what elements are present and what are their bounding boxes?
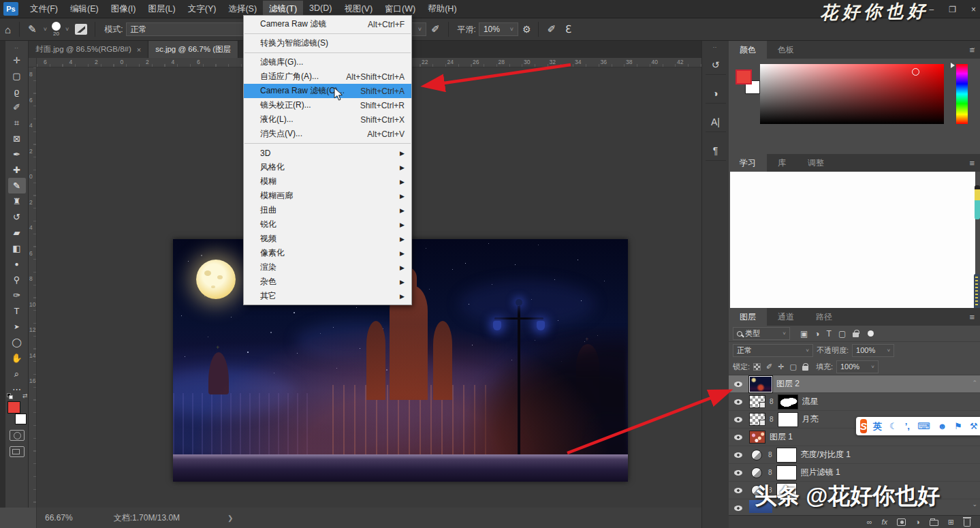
adjustment-layer-icon[interactable] xyxy=(751,450,762,461)
scroll-up-icon[interactable]: ⌃ xyxy=(972,379,977,386)
smart-object-filter-icon[interactable] xyxy=(853,332,859,337)
zoom-level[interactable]: 66.67% xyxy=(45,513,73,523)
filter-menu-item[interactable]: 转换为智能滤镜(S) xyxy=(244,36,411,50)
brush-size-preview[interactable]: 20 xyxy=(49,22,63,37)
ime-logo-icon[interactable]: S xyxy=(860,419,867,433)
lasso-tool[interactable]: ϱ xyxy=(8,84,26,99)
visibility-toggle[interactable] xyxy=(731,488,745,493)
restore-button[interactable]: ❐ xyxy=(949,5,956,14)
quick-mask-button[interactable] xyxy=(10,430,25,441)
filter-menu-item[interactable]: 液化(L)...Shift+Ctrl+X xyxy=(244,112,411,127)
filter-menu-item[interactable]: 像素化▶ xyxy=(244,246,411,260)
swap-colors-icon[interactable]: ⇄ xyxy=(22,392,28,399)
foreground-color-swatch[interactable] xyxy=(7,401,20,414)
healing-brush-tool[interactable]: ✚ xyxy=(8,162,26,178)
layers-panel-tab[interactable]: 图层 xyxy=(729,308,767,326)
scroll-down-icon[interactable]: ⌄ xyxy=(972,501,977,508)
filter-type-dropdown[interactable]: 类型 ˅ xyxy=(733,327,790,340)
eraser-tool[interactable]: ▰ xyxy=(8,225,26,240)
character-panel-icon[interactable]: A| xyxy=(706,112,726,132)
layer-row[interactable]: 8 xyxy=(729,482,980,499)
saturation-brightness-field[interactable] xyxy=(760,64,944,124)
visibility-toggle[interactable] xyxy=(731,435,745,440)
visibility-toggle[interactable] xyxy=(731,452,745,458)
foreground-color-swatch[interactable] xyxy=(736,69,752,84)
layer-thumbnail[interactable] xyxy=(749,413,765,426)
filter-menu-item[interactable]: 视频▶ xyxy=(244,232,411,246)
quick-selection-tool[interactable]: ✐ xyxy=(8,99,26,115)
new-group-icon[interactable] xyxy=(930,520,938,526)
layer-row[interactable]: 8亮度/对比度 1 xyxy=(729,446,980,464)
ime-english-icon[interactable]: 英 xyxy=(873,420,882,433)
background-color-swatch[interactable] xyxy=(15,414,27,424)
toolbar-grip[interactable]: ‥ xyxy=(14,41,19,52)
dock-strip-grip[interactable]: ‥ xyxy=(712,41,718,55)
pixel-layers-filter-icon[interactable]: ▣ xyxy=(800,329,808,339)
default-colors-icon[interactable] xyxy=(7,393,14,399)
filter-menu-item[interactable]: 滤镜库(G)... xyxy=(244,55,411,69)
opacity-pressure-icon[interactable]: ✐ xyxy=(426,23,445,35)
ime-keyboard-icon[interactable]: ⌨ xyxy=(917,421,930,431)
hue-strip[interactable] xyxy=(956,64,968,124)
document-tab[interactable]: 封面.jpg @ 86.5%(RGB/8#)× xyxy=(29,41,148,58)
shape-tool[interactable]: ◯ xyxy=(8,335,26,350)
learn-panel-tab[interactable]: 库 xyxy=(767,154,797,172)
learn-panel-tab[interactable]: 学习 xyxy=(729,154,767,172)
airbrush-icon[interactable]: ✐ xyxy=(542,23,560,35)
minimize-button[interactable]: – xyxy=(930,5,934,14)
frame-tool[interactable]: ⊠ xyxy=(8,131,26,146)
clone-stamp-tool[interactable]: ♜ xyxy=(8,193,26,209)
lock-pixels-icon[interactable]: ✐ xyxy=(766,362,772,371)
marquee-tool[interactable]: ▢ xyxy=(8,68,26,84)
learn-panel-tab[interactable]: 调整 xyxy=(797,154,835,172)
opacity-dropdown[interactable]: 100% ˅ xyxy=(852,344,894,357)
filter-menu-item[interactable]: 其它▶ xyxy=(244,289,411,303)
type-layers-filter-icon[interactable]: T xyxy=(827,329,832,339)
delete-layer-icon[interactable] xyxy=(964,519,970,527)
color-panel-tab[interactable]: 颜色 xyxy=(729,41,767,59)
filter-menu-item[interactable]: 扭曲▶ xyxy=(244,203,411,217)
crop-tool[interactable]: ⌗ xyxy=(8,115,26,131)
filter-toggle-icon[interactable] xyxy=(868,330,874,337)
ime-account-icon[interactable]: ☻ xyxy=(938,421,947,431)
filter-menu-item[interactable]: 模糊画廊▶ xyxy=(244,189,411,203)
lock-position-icon[interactable]: ✛ xyxy=(778,362,784,371)
status-chevron-icon[interactable]: ❯ xyxy=(227,514,233,522)
type-tool[interactable]: T xyxy=(8,303,26,319)
menubar-item[interactable]: 文件(F) xyxy=(24,1,64,18)
screen-mode-button[interactable] xyxy=(10,446,25,457)
menubar-item[interactable]: 帮助(H) xyxy=(422,1,462,18)
filter-menu-item[interactable]: 3D▶ xyxy=(244,146,411,160)
adjustment-layer-icon[interactable] xyxy=(751,467,762,478)
layer-mask-thumbnail[interactable] xyxy=(776,483,797,498)
chevron-down-icon[interactable]: ˅ xyxy=(63,26,71,33)
close-button[interactable]: × xyxy=(971,5,976,14)
ime-moon-icon[interactable]: ☾ xyxy=(889,421,898,431)
blend-mode-dropdown[interactable]: 正常 xyxy=(126,22,262,36)
brush-tool[interactable]: ✎ xyxy=(8,178,26,193)
layer-row[interactable]: 8流星 xyxy=(729,393,980,411)
home-icon[interactable]: ⌂ xyxy=(0,24,16,35)
size-pressure-icon[interactable]: ℇ xyxy=(560,23,576,35)
document-tab[interactable]: sc.jpg @ 66.7% (图层 xyxy=(148,41,238,58)
adjustment-layers-filter-icon[interactable]: ◑ xyxy=(815,329,819,339)
pen-tool[interactable]: ✑ xyxy=(8,288,26,303)
ime-skin-icon[interactable]: ⚑ xyxy=(954,421,962,431)
layer-mask-thumbnail[interactable] xyxy=(778,412,798,427)
filter-menu-item[interactable]: 渲染▶ xyxy=(244,260,411,275)
layer-thumbnail[interactable] xyxy=(749,395,765,408)
add-mask-icon[interactable] xyxy=(897,518,906,526)
smoothing-dropdown[interactable]: 10% ˅ xyxy=(479,22,518,36)
paragraph-panel-icon[interactable]: ¶ xyxy=(706,140,726,161)
adjustment-layer-icon[interactable] xyxy=(751,485,762,496)
visibility-toggle[interactable] xyxy=(731,417,745,422)
lock-transparency-icon[interactable] xyxy=(753,363,761,371)
dodge-tool[interactable]: ⚲ xyxy=(8,272,26,288)
link-layers-icon[interactable]: ∞ xyxy=(867,518,872,526)
filter-menu-item[interactable]: 杂色▶ xyxy=(244,275,411,289)
filter-menu-item[interactable]: 风格化▶ xyxy=(244,160,411,174)
filter-menu-item[interactable]: 镜头校正(R)...Shift+Ctrl+R xyxy=(244,98,411,112)
adjustments-panel-icon[interactable]: ◑ xyxy=(706,83,726,104)
visibility-toggle[interactable] xyxy=(731,470,745,476)
layers-panel-tab[interactable]: 路径 xyxy=(805,308,843,326)
